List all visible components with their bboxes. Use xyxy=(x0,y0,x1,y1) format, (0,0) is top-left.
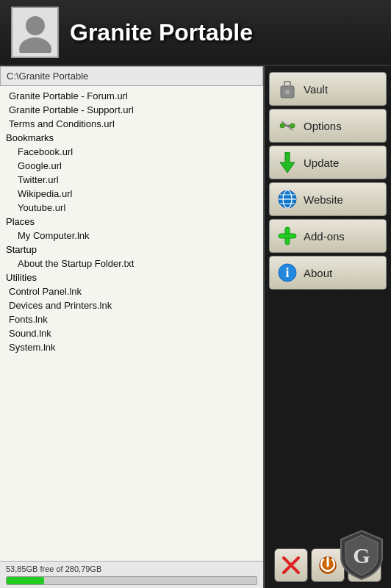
progress-bar xyxy=(6,576,257,585)
about-button[interactable]: i About xyxy=(269,256,387,290)
app-header: Granite Portable xyxy=(0,0,391,66)
vault-icon xyxy=(277,79,298,99)
update-icon xyxy=(277,152,298,173)
svg-point-0 xyxy=(26,16,45,35)
about-icon: i xyxy=(277,262,298,283)
options-icon xyxy=(277,115,298,136)
update-label: Update xyxy=(304,157,339,169)
list-item[interactable]: Bookmarks xyxy=(0,131,263,145)
list-item[interactable]: Twitter.url xyxy=(0,173,263,187)
svg-text:G: G xyxy=(353,543,370,567)
list-item[interactable]: Granite Portable - Forum.url xyxy=(0,89,263,103)
app-title: Granite Portable xyxy=(70,19,253,46)
vault-button[interactable]: Vault xyxy=(269,72,387,106)
right-panel: Vault Options Update xyxy=(265,66,391,588)
list-item[interactable]: Fonts.lnk xyxy=(0,312,263,326)
website-button[interactable]: Website xyxy=(269,182,387,216)
addons-label: Add-ons xyxy=(304,230,345,243)
svg-text:i: i xyxy=(285,265,289,280)
list-item[interactable]: Youtube.url xyxy=(0,201,263,215)
svg-point-8 xyxy=(280,123,284,128)
close-button[interactable] xyxy=(274,548,308,582)
addons-icon xyxy=(277,226,298,246)
about-label: About xyxy=(304,267,332,279)
website-label: Website xyxy=(304,193,343,206)
vault-label: Vault xyxy=(304,83,328,96)
svg-rect-16 xyxy=(279,234,296,238)
list-item[interactable]: Places xyxy=(0,215,263,229)
svg-marker-9 xyxy=(280,152,295,173)
list-item[interactable]: Devices and Printers.lnk xyxy=(0,298,263,312)
website-icon xyxy=(277,189,298,209)
progress-bar-fill xyxy=(7,577,44,584)
options-label: Options xyxy=(304,120,342,132)
list-item[interactable]: Wikipedia.url xyxy=(0,187,263,201)
list-item[interactable]: System.lnk xyxy=(0,340,263,354)
list-item[interactable]: Terms and Conditions.url xyxy=(0,117,263,131)
list-item[interactable]: Google.url xyxy=(0,159,263,173)
list-item[interactable]: My Computer.lnk xyxy=(0,229,263,243)
list-item[interactable]: Facebook.url xyxy=(0,145,263,159)
file-list[interactable]: Granite Portable - Forum.urlGranite Port… xyxy=(0,86,263,561)
svg-point-7 xyxy=(290,123,295,128)
avatar xyxy=(11,7,59,58)
file-footer: 53,85GB free of 280,79GB xyxy=(0,561,263,588)
main-content: C:\Granite Portable Granite Portable - F… xyxy=(0,66,391,588)
logo-shield: G xyxy=(340,529,384,581)
list-item[interactable]: About the Startup Folder.txt xyxy=(0,257,263,270)
options-button[interactable]: Options xyxy=(269,109,387,143)
svg-point-1 xyxy=(19,37,51,53)
update-button[interactable]: Update xyxy=(269,146,387,179)
file-path: C:\Granite Portable xyxy=(0,66,263,86)
addons-button[interactable]: Add-ons xyxy=(269,219,387,253)
list-item[interactable]: Utilities xyxy=(0,270,263,284)
list-item[interactable]: Granite Portable - Support.url xyxy=(0,103,263,117)
list-item[interactable]: Control Panel.lnk xyxy=(0,284,263,298)
disk-info: 53,85GB free of 280,79GB xyxy=(6,564,257,573)
svg-point-4 xyxy=(285,90,290,94)
list-item[interactable]: Startup xyxy=(0,243,263,257)
list-item[interactable]: Sound.lnk xyxy=(0,326,263,340)
file-panel: C:\Granite Portable Granite Portable - F… xyxy=(0,66,265,588)
